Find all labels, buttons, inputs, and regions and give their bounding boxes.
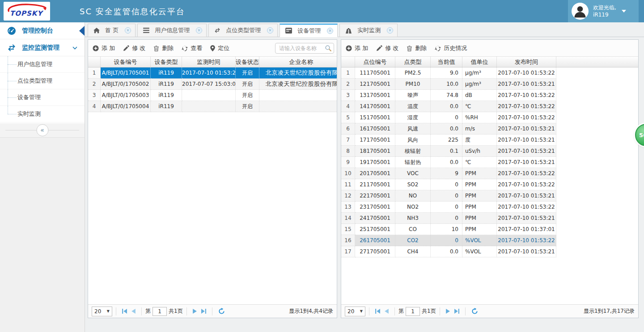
- table-row[interactable]: 1A/BJLT/0/1705001iR1192017-07-10 01:53:2…: [88, 67, 337, 79]
- sidebar: 管理控制台 监控监测管理 用户信息管理: [0, 22, 85, 332]
- page-size-select[interactable]: 20 ▼: [92, 307, 112, 316]
- table-row[interactable]: 12221705001NO0PPM2017-07-10 01:53:21: [341, 190, 638, 202]
- table-row[interactable]: 3131705001噪声74.8dB2017-07-10 01:53:22: [341, 90, 638, 101]
- table-cell: 风速: [395, 123, 431, 134]
- column-header[interactable]: 发布时间: [497, 57, 556, 67]
- collapse-sidebar-button[interactable]: «: [36, 124, 48, 136]
- table-cell: 0.0: [431, 157, 462, 168]
- page-number-input[interactable]: [406, 307, 420, 316]
- delete-button[interactable]: 删除: [153, 44, 174, 52]
- table-row[interactable]: 3A/BJLT/0/1705003iR119开启: [88, 90, 337, 101]
- table-row[interactable]: 14241705001NH30PPM2017-07-10 01:53:21: [341, 213, 638, 224]
- column-header[interactable]: 企业名称: [259, 57, 337, 67]
- table-cell: iR119: [151, 101, 182, 112]
- prev-page-button[interactable]: [385, 309, 389, 314]
- table-cell: 131705001: [355, 90, 395, 101]
- edit-button[interactable]: 修 改: [123, 44, 145, 52]
- table-row[interactable]: 2121705001PM1010.0μg/m³2017-07-10 01:53:…: [341, 79, 638, 90]
- device-table-header: 设备编号 设备类型 监测时间 设备状态 企业名称: [88, 57, 337, 67]
- reload-button[interactable]: [218, 308, 225, 315]
- close-icon[interactable]: ✕: [267, 27, 273, 34]
- column-header[interactable]: 设备编号: [101, 57, 151, 67]
- last-page-button[interactable]: [201, 309, 206, 314]
- view-button[interactable]: 查看: [182, 44, 202, 52]
- table-row[interactable]: 1111705001PM2.59.0μg/m³2017-07-10 01:53:…: [341, 67, 638, 79]
- next-page-button[interactable]: [193, 309, 197, 314]
- locate-button[interactable]: 定位: [210, 44, 229, 52]
- tab-device-mgmt[interactable]: 设备管理 ✕: [280, 24, 338, 37]
- row-number: 7: [341, 134, 355, 146]
- edit-button[interactable]: 修 改: [376, 44, 398, 52]
- history-button[interactable]: 历史情况: [435, 44, 467, 52]
- tab-user-info[interactable]: 用户信息管理 ✕: [137, 24, 207, 37]
- table-row[interactable]: 9191705001辐射热0.0℃2017-07-10 01:53:21: [341, 157, 638, 168]
- table-cell: 0.0: [431, 246, 462, 257]
- delete-button[interactable]: 删除: [407, 44, 427, 52]
- add-button[interactable]: 添 加: [346, 44, 368, 52]
- table-row[interactable]: 10201705001VOC9PPM2017-07-10 01:53:22: [341, 168, 638, 179]
- prev-page-button[interactable]: [131, 309, 136, 314]
- column-header[interactable]: 设备状态: [236, 57, 259, 67]
- table-row[interactable]: 4A/BJLT/0/1705004iR119开启: [88, 101, 337, 112]
- sidebar-item-console[interactable]: 管理控制台: [0, 22, 85, 39]
- tab-point-type[interactable]: 点位类型管理 ✕: [208, 24, 278, 37]
- filler-cell: [556, 146, 638, 157]
- sidebar-item-label: 用户信息管理: [17, 60, 52, 68]
- table-row[interactable]: 4141705001温度0.0℃2017-07-10 01:53:22: [341, 101, 638, 112]
- user-menu[interactable]: 欢迎光临, iR119: [568, 0, 639, 22]
- table-row[interactable]: 2A/BJLT/0/1705002iR1192017-07-07 15:03:0…: [88, 79, 337, 90]
- search-icon[interactable]: [325, 45, 332, 52]
- last-page-button[interactable]: [454, 309, 459, 314]
- column-header[interactable]: 点位编号: [355, 57, 395, 67]
- table-row[interactable]: 11211705001SO20PPM2017-07-10 01:53:22: [341, 179, 638, 190]
- sidebar-item-realtime[interactable]: 实时监测: [0, 106, 85, 122]
- row-number: 3: [341, 90, 355, 101]
- column-header[interactable]: 当前值: [431, 57, 462, 67]
- table-row[interactable]: 15251705001CO10PPM2017-07-10 01:37:01: [341, 224, 638, 235]
- sidebar-item-point-type[interactable]: 点位类型管理: [0, 73, 85, 89]
- close-icon[interactable]: ✕: [387, 27, 393, 34]
- table-cell: %VOL: [462, 246, 497, 257]
- close-icon[interactable]: ✕: [125, 27, 131, 34]
- table-row[interactable]: 13231705001NO20PPM2017-07-10 01:53:22: [341, 202, 638, 213]
- binoculars-icon: [345, 28, 352, 34]
- table-row[interactable]: 5151705001湿度0%RH2017-07-10 01:53:22: [341, 112, 638, 123]
- button-label: 添 加: [102, 44, 115, 52]
- page-size-value: 20: [94, 308, 101, 315]
- table-cell: 2017-07-10 01:53:21: [497, 190, 556, 202]
- table-row[interactable]: 7171705001风向225度2017-07-10 01:53:21: [341, 134, 638, 146]
- table-row[interactable]: 8181705001核辐射0.1uSv/h2017-07-10 01:53:21: [341, 146, 638, 157]
- column-header[interactable]: 值单位: [462, 57, 497, 67]
- tab-realtime[interactable]: 实时监测 ✕: [339, 24, 398, 37]
- reload-button[interactable]: [471, 308, 478, 315]
- button-label: 历史情况: [444, 44, 467, 52]
- table-cell: [182, 101, 236, 112]
- table-cell: SO2: [395, 179, 431, 190]
- column-header[interactable]: 点类型: [395, 57, 431, 67]
- table-row[interactable]: 16261705001CO20%VOL2017-07-10 01:53:22: [341, 235, 638, 246]
- next-page-button[interactable]: [446, 309, 450, 314]
- first-page-button[interactable]: [375, 309, 380, 314]
- table-cell: 2017-07-10 01:53:21: [497, 157, 556, 168]
- tab-home[interactable]: 首 页 ✕: [88, 24, 136, 37]
- table-cell: 10.0: [431, 79, 462, 90]
- add-button[interactable]: 添 加: [93, 44, 115, 52]
- table-row[interactable]: 17271705001CH40.0%VOL2017-07-10 01:53:21: [341, 246, 638, 257]
- column-header[interactable]: 监测时间: [182, 57, 236, 67]
- first-page-button[interactable]: [122, 309, 127, 314]
- sidebar-item-user-info[interactable]: 用户信息管理: [0, 56, 85, 73]
- sidebar-item-device-mgmt[interactable]: 设备管理: [0, 89, 85, 106]
- table-cell: 10: [431, 224, 462, 235]
- page-prefix: 第: [398, 307, 404, 315]
- close-icon[interactable]: ✕: [327, 28, 333, 34]
- close-icon[interactable]: ✕: [196, 27, 202, 34]
- sidebar-item-monitor-mgmt[interactable]: 监控监测管理: [0, 39, 85, 56]
- table-row[interactable]: 6161705001风速0.0m/s2017-07-10 01:53:21: [341, 123, 638, 134]
- page-size-select[interactable]: 20 ▼: [345, 307, 365, 316]
- button-label: 查看: [191, 44, 202, 52]
- point-pager: 20 ▼ 第 共1页 显示1到17,共17记录: [341, 304, 638, 318]
- tab-label: 用户信息管理: [155, 26, 190, 34]
- column-header[interactable]: 设备类型: [151, 57, 182, 67]
- page-number-input[interactable]: [153, 307, 167, 316]
- table-cell: VOC: [395, 168, 431, 179]
